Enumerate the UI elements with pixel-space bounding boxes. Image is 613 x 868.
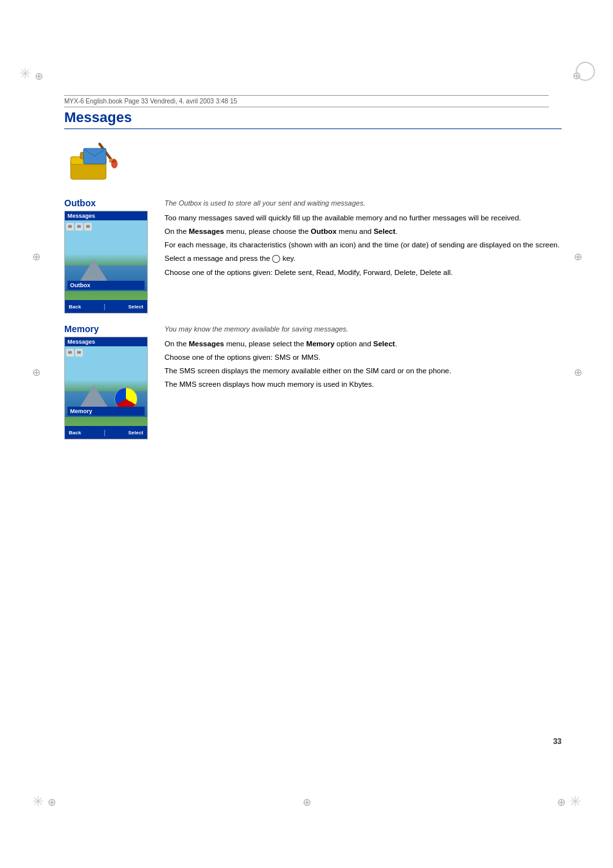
memory-selected-item: Memory — [67, 407, 145, 416]
memory-scene-bg — [65, 346, 147, 430]
outbox-scene-bg — [65, 220, 147, 304]
outbox-para-2: On the Messages menu, please choose the … — [164, 226, 562, 237]
outbox-screen-body: ✉ ✉ ✉ Outbox — [65, 220, 147, 304]
outbox-selected-item: Outbox — [67, 281, 145, 290]
svg-point-5 — [111, 159, 118, 168]
left-cross-lower: ⊕ — [32, 366, 40, 378]
memory-select-btn: Select — [128, 430, 143, 436]
page-number: 33 — [553, 737, 562, 746]
outbox-scene-icon-2: ✉ — [75, 223, 83, 231]
outbox-subtitle: The Outbox is used to store all your sen… — [164, 198, 562, 209]
memory-screen-body: ✉ ✉ Memory — [65, 346, 147, 430]
memory-phone-buttons: Back | Select — [65, 426, 147, 439]
memory-subtitle: You may know the memory available for sa… — [164, 324, 562, 335]
outbox-para-4: Select a message and press the ◯ key. — [164, 253, 562, 264]
memory-para-2: Choose one of the options given: SMS or … — [164, 352, 562, 363]
outbox-para-1: Too many messages saved will quickly fil… — [164, 213, 562, 224]
memory-para-3: The SMS screen displays the memory avail… — [164, 366, 562, 376]
outbox-right: The Outbox is used to store all your sen… — [164, 198, 562, 314]
reg-mark-top-left: ⊕ — [32, 69, 45, 82]
main-illustration — [64, 134, 562, 189]
bottom-marks: ✳ ⊕ ⊕ ⊕ ✳ — [32, 793, 581, 810]
memory-right: You may know the memory available for sa… — [164, 324, 562, 439]
file-info-bar: MYX-6 English.book Page 33 Vendredi, 4. … — [64, 95, 549, 107]
memory-left: Memory Messages ✉ ✉ — [64, 324, 154, 439]
outbox-phone-screen: Messages ✉ ✉ ✉ Outbox — [64, 211, 148, 314]
outbox-section: Outbox Messages ✉ ✉ ✉ — [64, 198, 562, 314]
bottom-cross-center: ⊕ — [303, 797, 311, 808]
page-title: Messages — [64, 109, 562, 129]
bottom-left-marks: ✳ ⊕ — [32, 793, 56, 810]
memory-scene-icon-2: ✉ — [75, 349, 83, 357]
memory-para-1: On the Messages menu, please select the … — [164, 339, 562, 350]
memory-screen-header: Messages — [65, 337, 147, 346]
outbox-scene-icon-1: ✉ — [66, 223, 74, 231]
outbox-phone-buttons: Back | Select — [65, 300, 147, 313]
decorative-mark-tl: ✳ — [19, 66, 31, 82]
file-info-text: MYX-6 English.book Page 33 Vendredi, 4. … — [64, 98, 237, 105]
right-cross-mid: ⊕ — [574, 251, 582, 263]
reg-circle-top-right — [576, 62, 595, 81]
left-cross-mid: ⊕ — [32, 251, 40, 263]
messages-icon-svg — [64, 134, 135, 189]
main-content: Messages Outbox Messages — [64, 109, 562, 740]
bottom-right-marks: ⊕ ✳ — [557, 793, 581, 810]
outbox-heading: Outbox — [64, 198, 154, 208]
bottom-snowflake-left: ✳ — [32, 793, 44, 810]
bottom-center-mark: ⊕ — [303, 796, 311, 808]
memory-icon-row: ✉ ✉ — [66, 349, 83, 357]
memory-section: Memory Messages ✉ ✉ — [64, 324, 562, 439]
bottom-cross-right: ⊕ — [557, 796, 565, 808]
bottom-cross-left: ⊕ — [48, 796, 56, 808]
outbox-btn-divider: | — [103, 303, 105, 310]
memory-heading: Memory — [64, 324, 154, 334]
outbox-screen-header: Messages — [65, 211, 147, 220]
memory-phone-screen: Messages ✉ ✉ Memory — [64, 337, 148, 439]
outbox-scene-icon-3: ✉ — [84, 223, 92, 231]
memory-scene-icon-1: ✉ — [66, 349, 74, 357]
bottom-snowflake-right: ✳ — [569, 793, 581, 810]
outbox-select-btn: Select — [128, 304, 143, 310]
outbox-left: Outbox Messages ✉ ✉ ✉ — [64, 198, 154, 314]
outbox-para-3: For each message, its characteristics (s… — [164, 240, 562, 251]
outbox-para-5: Choose one of the options given: Delete … — [164, 267, 562, 278]
memory-btn-divider: | — [103, 429, 105, 436]
memory-back-btn: Back — [69, 430, 81, 436]
outbox-back-btn: Back — [69, 304, 81, 310]
outbox-icon-row: ✉ ✉ ✉ — [66, 223, 92, 231]
right-cross-lower: ⊕ — [574, 366, 582, 378]
memory-para-4: The MMS screen displays how much memory … — [164, 379, 562, 390]
